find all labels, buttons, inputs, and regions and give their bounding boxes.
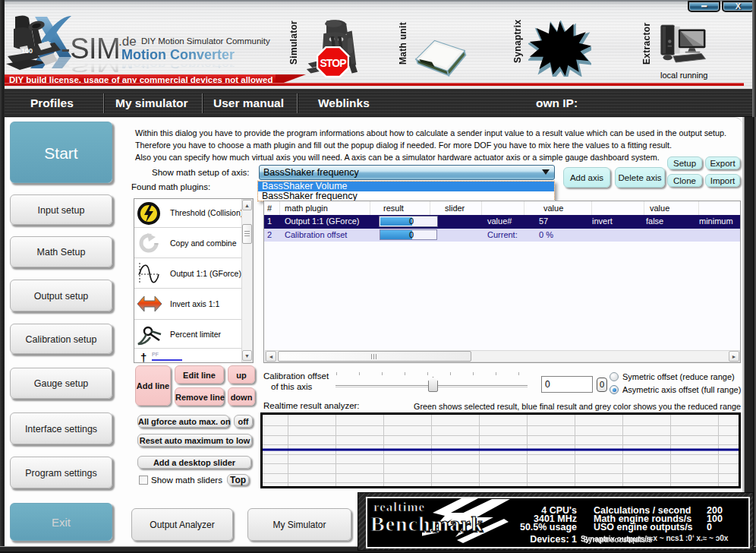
svg-text:100: 100 <box>21 47 33 55</box>
svg-text:STOP: STOP <box>320 57 346 69</box>
